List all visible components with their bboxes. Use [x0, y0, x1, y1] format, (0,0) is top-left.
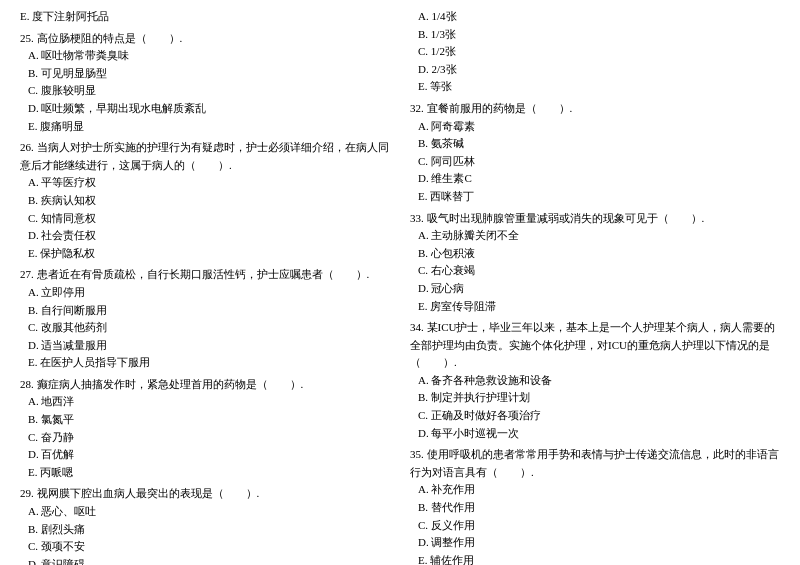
option-line: A. 阿奇霉素 [410, 118, 780, 136]
option-line: C. 阿司匹林 [410, 153, 780, 171]
option-line: E. 腹痛明显 [20, 118, 390, 136]
option-line: C. 腹胀较明显 [20, 82, 390, 100]
option-line: E. 房室传导阻滞 [410, 298, 780, 316]
question-text: 32. 宜餐前服用的药物是（ ）. [410, 100, 780, 118]
option-line: C. 改服其他药剂 [20, 319, 390, 337]
option-line: C. 知情同意权 [20, 210, 390, 228]
option-line: D. 2/3张 [410, 61, 780, 79]
option-line: E. 丙哌嗯 [20, 464, 390, 482]
option-line: A. 补充作用 [410, 481, 780, 499]
option-line: C. 右心衰竭 [410, 262, 780, 280]
option-line: D. 适当减量服用 [20, 337, 390, 355]
option-line: B. 自行间断服用 [20, 302, 390, 320]
question-text: 33. 吸气时出现肺腺管重量减弱或消失的现象可见于（ ）. [410, 210, 780, 228]
option-line: A. 主动脉瓣关闭不全 [410, 227, 780, 245]
option-line: D. 调整作用 [410, 534, 780, 552]
two-column-layout: E. 度下注射阿托品25. 高位肠梗阻的特点是（ ）.A. 呕吐物常带粪臭味B.… [20, 8, 780, 565]
option-line: D. 冠心病 [410, 280, 780, 298]
option-line: E. 保护隐私权 [20, 245, 390, 263]
question-text: 25. 高位肠梗阻的特点是（ ）. [20, 30, 390, 48]
option-line: B. 氯氮平 [20, 411, 390, 429]
option-line: A. 备齐各种急救设施和设备 [410, 372, 780, 390]
option-line: C. 1/2张 [410, 43, 780, 61]
question-block: 34. 某ICU护士，毕业三年以来，基本上是一个人护理某个病人，病人需要的全部护… [410, 319, 780, 442]
option-line: D. 维生素C [410, 170, 780, 188]
option-line: C. 正确及时做好各项治疗 [410, 407, 780, 425]
question-text: 28. 癫症病人抽搐发作时，紧急处理首用的药物是（ ）. [20, 376, 390, 394]
option-line: D. 呕吐频繁，早期出现水电解质紊乱 [20, 100, 390, 118]
option-line: D. 每平小时巡视一次 [410, 425, 780, 443]
option-line: D. 百优解 [20, 446, 390, 464]
option-line: A. 呕吐物常带粪臭味 [20, 47, 390, 65]
option-line: B. 疾病认知权 [20, 192, 390, 210]
question-text: 34. 某ICU护士，毕业三年以来，基本上是一个人护理某个病人，病人需要的全部护… [410, 319, 780, 372]
option-line: A. 立即停用 [20, 284, 390, 302]
option-line: A. 恶心、呕吐 [20, 503, 390, 521]
question-block: 33. 吸气时出现肺腺管重量减弱或消失的现象可见于（ ）.A. 主动脉瓣关闭不全… [410, 210, 780, 316]
option-line: E. 辅佐作用 [410, 552, 780, 565]
right-column: A. 1/4张B. 1/3张C. 1/2张D. 2/3张E. 等张32. 宜餐前… [410, 8, 780, 565]
question-block: 25. 高位肠梗阻的特点是（ ）.A. 呕吐物常带粪臭味B. 可见明显肠型C. … [20, 30, 390, 136]
option-line: A. 地西泮 [20, 393, 390, 411]
question-text: 26. 当病人对护士所实施的护理行为有疑虑时，护士必须详细介绍，在病人同意后才能… [20, 139, 390, 174]
option-line: C. 反义作用 [410, 517, 780, 535]
question-block: 29. 视网膜下腔出血病人最突出的表现是（ ）.A. 恶心、呕吐B. 剧烈头痛C… [20, 485, 390, 565]
option-line: B. 替代作用 [410, 499, 780, 517]
question-text: 35. 使用呼吸机的患者常常用手势和表情与护士传递交流信息，此时的非语言行为对语… [410, 446, 780, 481]
option-line: C. 颈项不安 [20, 538, 390, 556]
page-container: E. 度下注射阿托品25. 高位肠梗阻的特点是（ ）.A. 呕吐物常带粪臭味B.… [20, 8, 780, 565]
option-line: E. 西咪替丁 [410, 188, 780, 206]
option-line: B. 可见明显肠型 [20, 65, 390, 83]
option-line: B. 心包积液 [410, 245, 780, 263]
question-block: E. 度下注射阿托品 [20, 8, 390, 26]
question-block: 26. 当病人对护士所实施的护理行为有疑虑时，护士必须详细介绍，在病人同意后才能… [20, 139, 390, 262]
question-block: A. 1/4张B. 1/3张C. 1/2张D. 2/3张E. 等张 [410, 8, 780, 96]
question-text: 29. 视网膜下腔出血病人最突出的表现是（ ）. [20, 485, 390, 503]
question-block: 27. 患者近在有骨质疏松，自行长期口服活性钙，护士应嘱患者（ ）.A. 立即停… [20, 266, 390, 372]
option-line: E. 等张 [410, 78, 780, 96]
question-block: 28. 癫症病人抽搐发作时，紧急处理首用的药物是（ ）.A. 地西泮B. 氯氮平… [20, 376, 390, 482]
option-line: A. 1/4张 [410, 8, 780, 26]
option-line: B. 剧烈头痛 [20, 521, 390, 539]
option-line: A. 平等医疗权 [20, 174, 390, 192]
left-column: E. 度下注射阿托品25. 高位肠梗阻的特点是（ ）.A. 呕吐物常带粪臭味B.… [20, 8, 390, 565]
option-line: B. 制定并执行护理计划 [410, 389, 780, 407]
question-block: 35. 使用呼吸机的患者常常用手势和表情与护士传递交流信息，此时的非语言行为对语… [410, 446, 780, 565]
option-line: C. 奋乃静 [20, 429, 390, 447]
question-text: 27. 患者近在有骨质疏松，自行长期口服活性钙，护士应嘱患者（ ）. [20, 266, 390, 284]
option-line: D. 社会责任权 [20, 227, 390, 245]
option-line: D. 意识障碍 [20, 556, 390, 565]
option-line: B. 1/3张 [410, 26, 780, 44]
option-line: B. 氨茶碱 [410, 135, 780, 153]
option-line: E. 在医护人员指导下服用 [20, 354, 390, 372]
question-block: 32. 宜餐前服用的药物是（ ）.A. 阿奇霉素B. 氨茶碱C. 阿司匹林D. … [410, 100, 780, 206]
question-text: E. 度下注射阿托品 [20, 8, 390, 26]
